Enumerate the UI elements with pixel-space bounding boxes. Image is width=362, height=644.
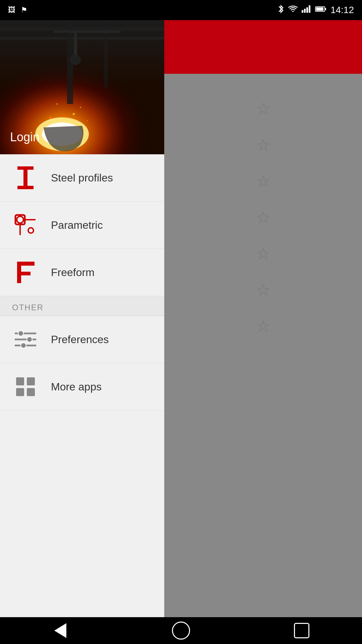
more-apps-icon-container — [12, 373, 39, 400]
menu-item-preferences[interactable]: Preferences — [0, 316, 164, 363]
parametric-icon-container — [12, 212, 39, 238]
svg-point-28 — [17, 216, 23, 223]
svg-point-31 — [28, 228, 34, 233]
right-header — [164, 20, 362, 74]
parametric-label: Parametric — [51, 219, 103, 231]
other-section-divider: OTHER — [0, 296, 164, 316]
battery-icon — [315, 6, 326, 14]
freeform-icon-container — [12, 259, 39, 286]
svg-point-36 — [18, 331, 23, 336]
svg-rect-24 — [17, 166, 34, 170]
svg-rect-34 — [17, 272, 31, 275]
back-button[interactable] — [47, 621, 74, 641]
preferences-label: Preferences — [51, 333, 109, 346]
svg-rect-12 — [67, 20, 73, 104]
flag-icon: ⚑ — [21, 6, 27, 14]
status-time: 14:12 — [330, 5, 354, 15]
left-panel: Login Steel profiles — [0, 20, 164, 644]
svg-rect-1 — [304, 9, 306, 13]
svg-rect-15 — [74, 30, 77, 57]
star-row-5[interactable]: ☆ — [164, 235, 362, 272]
svg-point-19 — [73, 113, 75, 115]
star-icon-4: ☆ — [256, 208, 270, 227]
status-bar: 🖼 ⚑ — [0, 0, 362, 20]
other-section-label: OTHER — [12, 303, 44, 312]
recents-button[interactable] — [288, 621, 315, 641]
wifi-icon — [288, 5, 298, 15]
svg-rect-5 — [325, 8, 326, 10]
hero-image[interactable]: Login — [0, 20, 164, 154]
star-icon-1: ☆ — [256, 99, 270, 118]
svg-point-23 — [86, 120, 88, 121]
svg-point-40 — [21, 343, 26, 348]
star-row-4[interactable]: ☆ — [164, 199, 362, 235]
steel-profiles-label: Steel profiles — [51, 172, 113, 184]
svg-rect-13 — [104, 20, 108, 87]
svg-rect-10 — [0, 27, 164, 31]
freeform-icon — [15, 260, 36, 284]
svg-rect-33 — [17, 262, 35, 266]
star-icon-2: ☆ — [256, 136, 270, 154]
preferences-icon-container — [12, 326, 39, 353]
home-circle-icon — [172, 622, 190, 640]
right-content: ☆ ☆ ☆ ☆ ☆ ☆ ☆ — [164, 74, 362, 644]
back-triangle-icon — [54, 623, 66, 638]
svg-point-16 — [70, 54, 81, 65]
svg-rect-2 — [306, 7, 308, 13]
star-icon-5: ☆ — [256, 244, 270, 263]
svg-point-38 — [27, 337, 32, 342]
main-container: Login Steel profiles — [0, 20, 362, 644]
star-row-3[interactable]: ☆ — [164, 163, 362, 199]
svg-rect-9 — [0, 20, 164, 87]
menu-item-more-apps[interactable]: More apps — [0, 363, 164, 411]
star-row-2[interactable]: ☆ — [164, 127, 362, 163]
svg-rect-14 — [54, 30, 121, 33]
menu-item-steel-profiles[interactable]: Steel profiles — [0, 154, 164, 202]
more-apps-label: More apps — [51, 381, 102, 393]
svg-point-21 — [50, 117, 51, 118]
star-row-1[interactable]: ☆ — [164, 91, 362, 127]
star-row-7[interactable]: ☆ — [164, 308, 362, 344]
bluetooth-icon — [278, 4, 284, 16]
star-icon-7: ☆ — [256, 317, 270, 335]
menu-items: Steel profiles — [0, 154, 164, 644]
right-panel: ☆ ☆ ☆ ☆ ☆ ☆ ☆ — [164, 20, 362, 644]
bottom-nav — [0, 617, 362, 644]
svg-rect-11 — [0, 37, 164, 40]
svg-rect-3 — [309, 5, 310, 13]
parametric-icon — [14, 214, 37, 236]
signal-icon — [302, 5, 311, 15]
steel-profiles-icon — [14, 166, 37, 190]
status-bar-right-icons: 14:12 — [278, 4, 354, 16]
more-apps-icon — [15, 377, 36, 397]
svg-rect-43 — [16, 388, 24, 396]
steel-profiles-icon-container — [12, 164, 39, 191]
svg-rect-44 — [27, 388, 35, 396]
svg-point-22 — [56, 103, 58, 105]
preferences-icon — [15, 330, 36, 349]
menu-item-parametric[interactable]: Parametric — [0, 202, 164, 249]
status-bar-left-icons: 🖼 ⚑ — [8, 6, 27, 14]
recents-square-icon — [294, 623, 309, 638]
svg-point-20 — [80, 107, 81, 108]
svg-rect-0 — [302, 10, 303, 13]
star-icon-3: ☆ — [256, 172, 270, 191]
image-app-icon: 🖼 — [8, 6, 15, 14]
freeform-label: Freeform — [51, 266, 95, 279]
star-row-6[interactable]: ☆ — [164, 272, 362, 308]
svg-rect-25 — [23, 170, 27, 186]
svg-rect-41 — [16, 377, 24, 385]
hero-login-label[interactable]: Login — [10, 130, 40, 144]
svg-rect-6 — [316, 7, 323, 11]
svg-rect-26 — [17, 186, 34, 189]
home-button[interactable] — [168, 621, 194, 641]
menu-item-freeform[interactable]: Freeform — [0, 249, 164, 296]
svg-rect-42 — [27, 377, 35, 385]
star-icon-6: ☆ — [256, 280, 270, 299]
